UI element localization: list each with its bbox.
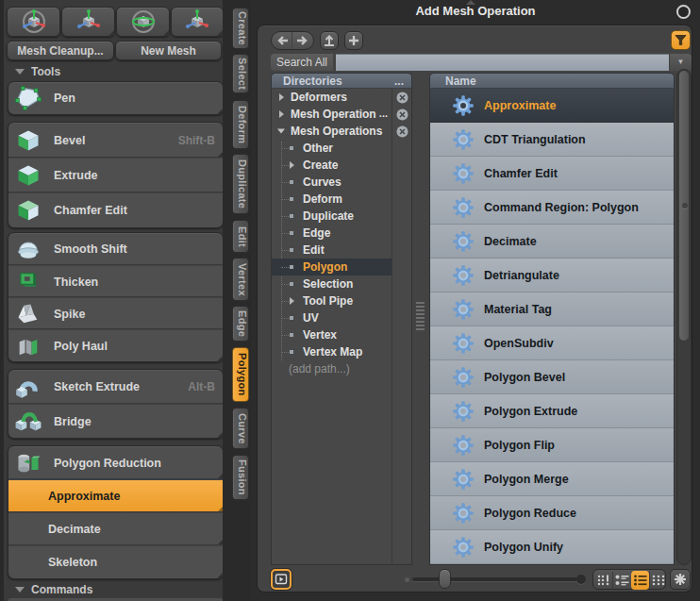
tool-skeleton[interactable]: Skeleton [8, 545, 223, 578]
mesh-op-polygon-reduce[interactable]: Polygon Reduce [430, 496, 674, 530]
tab-edge[interactable]: Edge [232, 306, 249, 342]
forward-button[interactable] [292, 32, 313, 49]
toolbar-button-ballrot[interactable] [116, 7, 170, 37]
name-header[interactable]: Name [429, 73, 675, 89]
tab-polygon[interactable]: Polygon [232, 347, 249, 402]
tool-thicken[interactable]: Thicken [8, 265, 223, 297]
mesh-op-command-region-polygon[interactable]: Command Region: Polygon [430, 191, 674, 225]
scrollbar-thumb[interactable] [678, 70, 690, 342]
mesh-op-polygon-extrude[interactable]: Polygon Extrude [430, 394, 674, 428]
size-slider-thumb[interactable] [439, 569, 451, 589]
tab-vertex[interactable]: Vertex [232, 258, 249, 301]
tool-bevel[interactable]: BevelShift-B [8, 123, 223, 158]
mesh-op-opensubdiv[interactable]: OpenSubdiv [430, 326, 674, 360]
mesh-op-approximate[interactable]: Approximate [430, 89, 674, 123]
remove-path-button[interactable] [392, 106, 412, 123]
preview-toggle-button[interactable] [271, 569, 292, 590]
directory-label: Deform [303, 192, 342, 206]
directory--add-path-[interactable]: (add path...) [272, 360, 392, 377]
tool-decimate[interactable]: Decimate [8, 512, 223, 545]
name-scrollbar[interactable] [676, 69, 692, 565]
tool-chamfer-edit[interactable]: Chamfer Edit [8, 192, 223, 227]
tool-shortcut: Alt-B [188, 380, 215, 393]
directory-other[interactable]: Other [272, 140, 392, 157]
directory-label: Vertex [303, 328, 337, 342]
tool-poly-haul[interactable]: Poly Haul [8, 329, 223, 361]
directories-header[interactable]: Directories... [271, 73, 412, 89]
search-scope-button[interactable]: Search All [271, 54, 333, 71]
directory-edge[interactable]: Edge [272, 225, 392, 242]
tool-smooth-shift[interactable]: Smooth Shift [8, 233, 223, 265]
panel-splitter[interactable] [412, 89, 429, 565]
tool-pen[interactable]: Pen [8, 82, 223, 114]
directory-tool-pipe[interactable]: Tool Pipe [272, 292, 392, 309]
up-level-button[interactable] [320, 31, 339, 50]
directory-create[interactable]: Create [272, 157, 392, 174]
view-list-button[interactable] [631, 571, 649, 590]
tool-bridge[interactable]: Bridge [8, 404, 223, 438]
mesh-op-chamfer-edit[interactable]: Chamfer Edit [430, 157, 674, 191]
tool-sketch-extrude[interactable]: Sketch ExtrudeAlt-B [8, 370, 223, 404]
panel-menu-button[interactable] [676, 5, 691, 19]
directory-vertex[interactable]: Vertex [272, 326, 392, 343]
remove-path-button[interactable] [392, 123, 412, 140]
directory-selection[interactable]: Selection [272, 275, 392, 292]
directory-curves[interactable]: Curves [272, 174, 392, 191]
directory-edit[interactable]: Edit [272, 242, 392, 259]
mesh-cleanup-button[interactable]: Mesh Cleanup... [7, 41, 114, 60]
mesh-op-polygon-bevel[interactable]: Polygon Bevel [430, 360, 674, 394]
mesh-op-material-tag[interactable]: Material Tag [430, 292, 674, 326]
toolbar-button-axes2[interactable] [171, 7, 224, 37]
directory-polygon[interactable]: Polygon [272, 259, 392, 275]
add-button[interactable] [344, 31, 363, 50]
settings-button[interactable] [670, 569, 691, 590]
expanded-triangle-icon[interactable] [277, 129, 285, 134]
mesh-op-cdt-triangulation[interactable]: CDT Triangulation [430, 123, 674, 157]
directory-uv[interactable]: UV [272, 309, 392, 326]
tool-polygon-reduction[interactable]: Polygon Reduction [8, 446, 223, 479]
tab-duplicate[interactable]: Duplicate [232, 154, 249, 214]
mesh-op-polygon-flip[interactable]: Polygon Flip [430, 428, 674, 462]
toolbar-button-axes[interactable] [61, 7, 115, 37]
tool-approximate[interactable]: Approximate [8, 479, 223, 512]
tab-fusion[interactable]: Fusion [232, 455, 249, 500]
search-dropdown-button[interactable]: ▼ [670, 54, 692, 71]
tab-edit[interactable]: Edit [232, 220, 249, 253]
directory-mesh-operation[interactable]: Mesh Operation... [272, 106, 392, 123]
collapsed-triangle-icon[interactable] [290, 161, 294, 169]
collapsed-triangle-icon[interactable] [290, 297, 294, 305]
tab-create[interactable]: Create [232, 8, 249, 49]
toolbar-button-ball[interactable] [7, 7, 60, 37]
back-button[interactable] [272, 32, 292, 49]
remove-path-button[interactable] [392, 89, 412, 106]
directory-vertex-map[interactable]: Vertex Map [272, 343, 392, 360]
collapsed-triangle-icon[interactable] [279, 110, 284, 118]
tool-extrude[interactable]: Extrude [8, 158, 223, 192]
size-slider-track[interactable] [412, 577, 578, 581]
tools-section-header[interactable]: Tools [8, 63, 226, 79]
view-mode-group [592, 569, 666, 590]
mesh-op-decimate[interactable]: Decimate [430, 225, 674, 259]
directory-deformers[interactable]: Deformers [272, 89, 392, 106]
tab-select[interactable]: Select [232, 54, 249, 93]
view-thumbs-button[interactable] [650, 571, 668, 590]
view-details-button[interactable] [613, 571, 631, 590]
directory-duplicate[interactable]: Duplicate [272, 208, 392, 225]
panel-notch [466, 0, 475, 5]
new-mesh-button[interactable]: New Mesh [115, 41, 222, 60]
mesh-op-polygon-merge[interactable]: Polygon Merge [430, 462, 674, 496]
collapsed-triangle-icon[interactable] [279, 93, 284, 101]
add-mesh-operation-panel: Add Mesh Operation Search All▼Directorie… [251, 0, 700, 601]
tab-deform[interactable]: Deform [232, 100, 249, 149]
filter-button[interactable] [671, 30, 691, 50]
mesh-op-polygon-unify[interactable]: Polygon Unify [430, 530, 674, 564]
search-input[interactable] [336, 54, 669, 71]
directory-mesh-operations[interactable]: Mesh Operations [272, 123, 392, 140]
directory-deform[interactable]: Deform [272, 191, 392, 208]
commands-section-header[interactable]: Commands [8, 581, 226, 597]
mesh-op-detriangulate[interactable]: Detriangulate [430, 259, 674, 292]
tab-curve[interactable]: Curve [232, 408, 249, 449]
tool-group: Pen [8, 81, 224, 115]
view-buttons-icon[interactable] [594, 571, 612, 590]
tool-spike[interactable]: Spike [8, 297, 223, 329]
